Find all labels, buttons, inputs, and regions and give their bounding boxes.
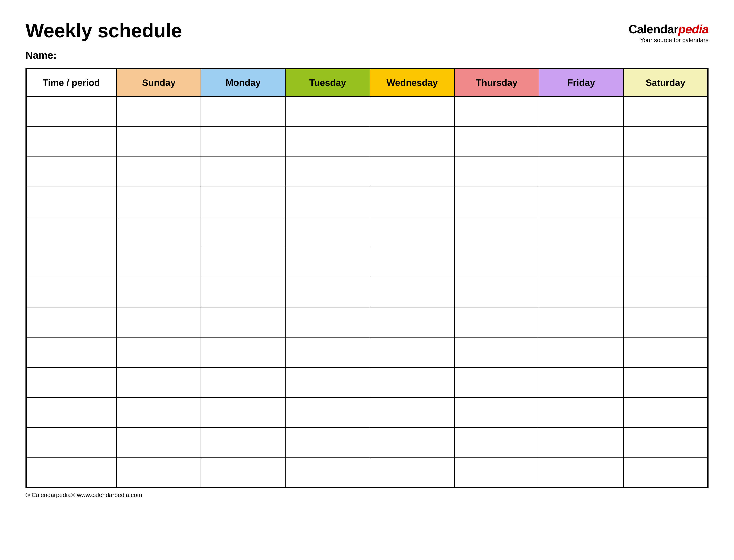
schedule-cell[interactable] <box>116 367 201 397</box>
schedule-cell[interactable] <box>285 97 370 127</box>
schedule-cell[interactable] <box>201 458 285 488</box>
schedule-cell[interactable] <box>455 217 539 247</box>
schedule-cell[interactable] <box>201 217 285 247</box>
schedule-cell[interactable] <box>285 428 370 458</box>
schedule-cell[interactable] <box>116 428 201 458</box>
time-period-cell[interactable] <box>26 277 116 307</box>
schedule-cell[interactable] <box>455 367 539 397</box>
schedule-cell[interactable] <box>455 247 539 277</box>
schedule-cell[interactable] <box>624 97 708 127</box>
schedule-cell[interactable] <box>201 428 285 458</box>
schedule-cell[interactable] <box>539 277 624 307</box>
schedule-cell[interactable] <box>370 97 455 127</box>
schedule-cell[interactable] <box>116 247 201 277</box>
schedule-cell[interactable] <box>539 337 624 367</box>
schedule-cell[interactable] <box>285 157 370 187</box>
schedule-cell[interactable] <box>370 428 455 458</box>
schedule-cell[interactable] <box>624 397 708 428</box>
schedule-cell[interactable] <box>116 337 201 367</box>
schedule-cell[interactable] <box>624 458 708 488</box>
schedule-cell[interactable] <box>370 367 455 397</box>
schedule-cell[interactable] <box>455 307 539 337</box>
schedule-cell[interactable] <box>201 307 285 337</box>
schedule-cell[interactable] <box>455 397 539 428</box>
schedule-cell[interactable] <box>370 307 455 337</box>
schedule-cell[interactable] <box>455 458 539 488</box>
schedule-cell[interactable] <box>116 307 201 337</box>
schedule-cell[interactable] <box>370 187 455 217</box>
schedule-cell[interactable] <box>539 307 624 337</box>
schedule-cell[interactable] <box>539 217 624 247</box>
schedule-cell[interactable] <box>285 187 370 217</box>
schedule-cell[interactable] <box>455 428 539 458</box>
time-period-cell[interactable] <box>26 97 116 127</box>
schedule-cell[interactable] <box>370 277 455 307</box>
schedule-cell[interactable] <box>455 127 539 157</box>
schedule-cell[interactable] <box>116 397 201 428</box>
schedule-cell[interactable] <box>455 277 539 307</box>
time-period-cell[interactable] <box>26 367 116 397</box>
schedule-cell[interactable] <box>624 187 708 217</box>
schedule-cell[interactable] <box>285 127 370 157</box>
schedule-cell[interactable] <box>539 397 624 428</box>
schedule-cell[interactable] <box>624 157 708 187</box>
schedule-cell[interactable] <box>116 217 201 247</box>
schedule-cell[interactable] <box>285 337 370 367</box>
time-period-cell[interactable] <box>26 428 116 458</box>
schedule-cell[interactable] <box>455 97 539 127</box>
schedule-cell[interactable] <box>201 247 285 277</box>
schedule-cell[interactable] <box>116 97 201 127</box>
schedule-cell[interactable] <box>624 277 708 307</box>
schedule-cell[interactable] <box>370 337 455 367</box>
schedule-cell[interactable] <box>624 307 708 337</box>
schedule-cell[interactable] <box>539 247 624 277</box>
schedule-cell[interactable] <box>624 127 708 157</box>
schedule-cell[interactable] <box>539 157 624 187</box>
schedule-cell[interactable] <box>285 307 370 337</box>
schedule-cell[interactable] <box>370 458 455 488</box>
schedule-cell[interactable] <box>201 97 285 127</box>
schedule-cell[interactable] <box>455 157 539 187</box>
schedule-cell[interactable] <box>370 157 455 187</box>
schedule-cell[interactable] <box>201 187 285 217</box>
schedule-cell[interactable] <box>539 127 624 157</box>
schedule-cell[interactable] <box>370 217 455 247</box>
time-period-cell[interactable] <box>26 458 116 488</box>
schedule-cell[interactable] <box>285 367 370 397</box>
schedule-cell[interactable] <box>624 428 708 458</box>
schedule-cell[interactable] <box>201 397 285 428</box>
schedule-cell[interactable] <box>624 337 708 367</box>
schedule-cell[interactable] <box>201 277 285 307</box>
time-period-cell[interactable] <box>26 157 116 187</box>
time-period-cell[interactable] <box>26 307 116 337</box>
time-period-cell[interactable] <box>26 187 116 217</box>
schedule-cell[interactable] <box>624 217 708 247</box>
schedule-cell[interactable] <box>539 97 624 127</box>
schedule-cell[interactable] <box>201 337 285 367</box>
time-period-cell[interactable] <box>26 337 116 367</box>
schedule-cell[interactable] <box>539 458 624 488</box>
schedule-cell[interactable] <box>116 127 201 157</box>
schedule-cell[interactable] <box>539 187 624 217</box>
schedule-cell[interactable] <box>116 277 201 307</box>
schedule-cell[interactable] <box>455 187 539 217</box>
schedule-cell[interactable] <box>539 428 624 458</box>
schedule-cell[interactable] <box>116 187 201 217</box>
schedule-cell[interactable] <box>455 337 539 367</box>
schedule-cell[interactable] <box>370 127 455 157</box>
time-period-cell[interactable] <box>26 127 116 157</box>
schedule-cell[interactable] <box>201 127 285 157</box>
schedule-cell[interactable] <box>201 367 285 397</box>
schedule-cell[interactable] <box>539 367 624 397</box>
time-period-cell[interactable] <box>26 397 116 428</box>
schedule-cell[interactable] <box>370 397 455 428</box>
time-period-cell[interactable] <box>26 247 116 277</box>
schedule-cell[interactable] <box>285 217 370 247</box>
schedule-cell[interactable] <box>624 247 708 277</box>
schedule-cell[interactable] <box>624 367 708 397</box>
time-period-cell[interactable] <box>26 217 116 247</box>
schedule-cell[interactable] <box>201 157 285 187</box>
schedule-cell[interactable] <box>116 458 201 488</box>
schedule-cell[interactable] <box>370 247 455 277</box>
schedule-cell[interactable] <box>116 157 201 187</box>
